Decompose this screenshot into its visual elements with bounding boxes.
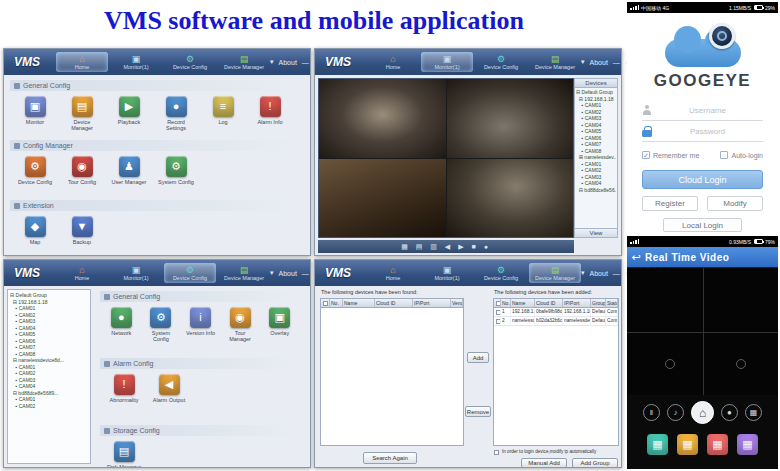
tab-device-manager[interactable]: ▤Device Manager: [218, 263, 270, 283]
layout-button[interactable]: ▦: [647, 434, 668, 455]
app-shortcut[interactable]: ▼ Backup: [63, 216, 101, 251]
app-label: Record Settings: [157, 119, 195, 131]
app-shortcut[interactable]: ⚙ Device Config: [16, 156, 54, 191]
camera-feed-1[interactable]: [319, 79, 446, 158]
tab-device-config[interactable]: ⚙Device Config: [164, 263, 216, 283]
cloud-login-button[interactable]: Cloud Login: [642, 170, 763, 189]
tab-device-config[interactable]: ⚙Device Config: [475, 52, 527, 72]
tab-home[interactable]: ⌂Home: [56, 263, 108, 283]
table-row[interactable]: 1 192.168.1.18 0bafe9fb98d02b3f 192.168.…: [494, 308, 618, 317]
config-shortcut[interactable]: i Version Info: [185, 307, 216, 342]
local-login-button[interactable]: Local Login: [663, 218, 742, 232]
minimize-button[interactable]: —: [302, 59, 309, 66]
chevron-down-icon[interactable]: ▾: [270, 58, 274, 66]
minimize-button[interactable]: —: [302, 270, 309, 277]
tab-label: Device Manager: [224, 275, 264, 281]
layout-button[interactable]: ▦: [737, 434, 758, 455]
tab-home[interactable]: ⌂Home: [56, 52, 108, 72]
view-tab[interactable]: View: [575, 228, 617, 237]
app-shortcut[interactable]: ◉ Tour Config: [63, 156, 101, 191]
remove-button[interactable]: Remove: [465, 406, 491, 417]
app-shortcut[interactable]: ▣ Monitor: [16, 96, 54, 131]
config-shortcut[interactable]: ◀ Alarm Output: [151, 374, 187, 409]
about-menu[interactable]: About: [279, 59, 297, 66]
split-screen-button[interactable]: ▦: [745, 404, 762, 421]
about-menu[interactable]: About: [279, 270, 297, 277]
layout-buttons: ▦ ▦ ▦ ▦: [627, 429, 778, 459]
manual-add-button[interactable]: Manual Add: [521, 458, 567, 467]
device-tree-item[interactable]: ⊞ namelessdev...: [576, 154, 616, 161]
battery-icon: [754, 239, 763, 244]
playback-toolbar[interactable]: ▦ ▤ ▥ ◀ ▶ ■ ●: [318, 240, 574, 253]
camera-feed-3[interactable]: [319, 159, 446, 238]
chevron-down-icon[interactable]: ▾: [270, 269, 274, 277]
tab-home[interactable]: ⌂Home: [367, 52, 419, 72]
select-all-checkbox[interactable]: [494, 299, 501, 307]
tab-device-manager[interactable]: ▤Device Manager: [218, 52, 270, 72]
tab-device-manager[interactable]: ▤Device Manager: [529, 263, 581, 283]
tab-label: Home: [386, 275, 401, 281]
device-tree-item[interactable]: ▪ CAM02: [10, 403, 88, 410]
app-icon: ▼: [72, 216, 93, 237]
config-shortcut[interactable]: ▤ Disk Manager: [106, 441, 142, 467]
tab-label: Monitor(1): [123, 275, 148, 281]
mobile-video-grid[interactable]: [627, 267, 778, 395]
minimize-button[interactable]: —: [613, 270, 620, 277]
minimize-button[interactable]: —: [613, 59, 620, 66]
about-menu[interactable]: About: [590, 270, 608, 277]
camera-feed-2[interactable]: [447, 79, 574, 158]
register-button[interactable]: Register: [642, 196, 698, 211]
app-shortcut[interactable]: ! Alarm Info: [251, 96, 289, 131]
layout-button[interactable]: ▦: [707, 434, 728, 455]
tab-monitor[interactable]: ▣Monitor(1): [421, 263, 473, 283]
layout-button[interactable]: ▦: [677, 434, 698, 455]
back-arrow-icon[interactable]: ↩: [627, 251, 645, 264]
home-button[interactable]: ⌂: [691, 401, 714, 424]
tab-label: Home: [75, 64, 90, 70]
tab-device-config[interactable]: ⚙Device Config: [164, 52, 216, 72]
app-shortcut[interactable]: ▶ Playback: [110, 96, 148, 131]
talk-button[interactable]: ●: [721, 404, 738, 421]
device-tree-item[interactable]: ⊟ bd88dce8e56...: [576, 187, 616, 194]
tab-monitor[interactable]: ▣Monitor(1): [110, 263, 162, 283]
device-tree-item[interactable]: ⊟ Default Group: [576, 89, 616, 96]
add-camera-icon[interactable]: [736, 359, 746, 369]
tab-monitor[interactable]: ▣Monitor(1): [421, 52, 473, 72]
app-shortcut[interactable]: ♟ User Manager: [110, 156, 148, 191]
add-button[interactable]: Add: [467, 352, 489, 363]
chevron-down-icon[interactable]: ▾: [581, 58, 585, 66]
camera-feed-4[interactable]: [447, 159, 574, 238]
app-shortcut[interactable]: ⚙ System Config: [157, 156, 195, 191]
app-shortcut[interactable]: ▤ Device Manager: [63, 96, 101, 131]
config-shortcut[interactable]: ⚙ System Config: [146, 307, 177, 342]
auto-modify-checkbox[interactable]: [494, 450, 499, 455]
chevron-down-icon[interactable]: ▾: [581, 269, 585, 277]
tab-device-config[interactable]: ⚙Device Config: [475, 263, 527, 283]
about-menu[interactable]: About: [590, 59, 608, 66]
app-shortcut[interactable]: ≡ Log: [204, 96, 242, 131]
config-shortcut[interactable]: ! Abnormality: [106, 374, 142, 409]
app-icon: ⚙: [25, 156, 46, 177]
tab-home[interactable]: ⌂Home: [367, 263, 419, 283]
app-shortcut[interactable]: ● Record Settings: [157, 96, 195, 131]
modify-button[interactable]: Modify: [707, 196, 763, 211]
pause-button[interactable]: ‖: [643, 404, 660, 421]
remember-me-checkbox[interactable]: ✓Remember me: [642, 151, 699, 159]
tab-monitor[interactable]: ▣Monitor(1): [110, 52, 162, 72]
add-group-button[interactable]: Add Group: [572, 458, 618, 467]
config-shortcut[interactable]: ▣ Overlay: [264, 307, 295, 342]
vms-device-config-window: VMS ⌂Home ▣Monitor(1) ⚙Device Config ▤De…: [3, 259, 311, 468]
volume-button[interactable]: ♪: [667, 404, 684, 421]
add-camera-icon[interactable]: [665, 359, 675, 369]
app-shortcut[interactable]: ◆ Map: [16, 216, 54, 251]
select-all-checkbox[interactable]: [321, 299, 330, 307]
config-label: Network: [106, 330, 137, 342]
search-again-button[interactable]: Search Again: [363, 452, 417, 464]
table-row[interactable]: 2 namelessdevi... b02da32b6cc8e... namel…: [494, 317, 618, 326]
auto-login-checkbox[interactable]: Auto-login: [720, 151, 763, 159]
config-shortcut[interactable]: ◉ Tour Manager: [225, 307, 256, 342]
password-input[interactable]: [652, 127, 763, 136]
username-input[interactable]: [652, 106, 763, 115]
tab-device-manager[interactable]: ▤Device Manager: [529, 52, 581, 72]
config-shortcut[interactable]: ● Network: [106, 307, 137, 342]
